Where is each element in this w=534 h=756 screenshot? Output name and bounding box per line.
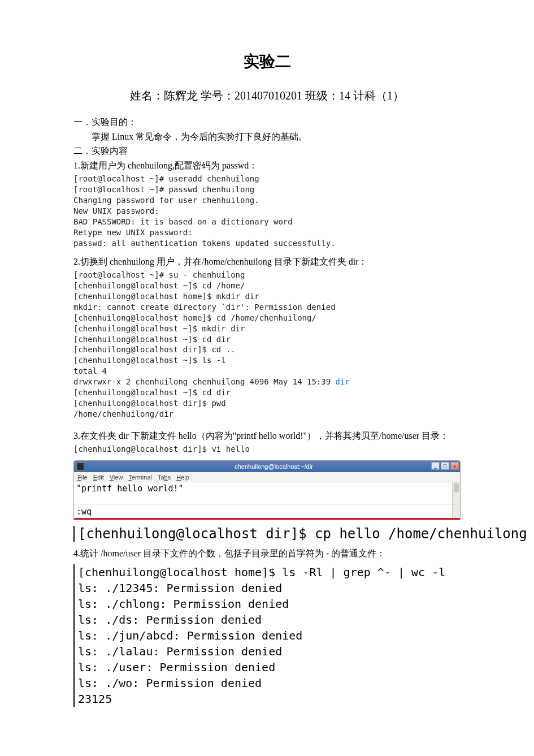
vi-file-content: "printf hello world!" [76, 483, 184, 494]
terminal-output-4: [chenhuilong@localhost home]$ ls -Rl | g… [73, 564, 461, 707]
terminal-app-icon [76, 463, 84, 470]
directory-name: dir [336, 377, 350, 386]
menu-file[interactable]: File [77, 474, 88, 481]
terminal-window-title: chenhuilong@localhost:~/dir [88, 463, 460, 470]
terminal-output-2b: drwxrwxr-x 2 chenhuilong chenhuilong 409… [73, 377, 461, 387]
cp-command-line: [chenhuilong@localhost dir]$ cp hello /h… [73, 526, 461, 542]
terminal-body[interactable]: "printf hello world!" [74, 482, 460, 504]
section-2-heading: 二．实验内容 [73, 144, 461, 158]
vi-command-row[interactable]: :wq [74, 504, 460, 518]
window-maximize-button[interactable]: □ [441, 462, 449, 470]
terminal-menubar: File Edit View Terminal Tabs Help [74, 472, 460, 482]
vi-wq-command: :wq [76, 507, 92, 517]
step-2-text: 2.切换到 chenhuilong 用户，并在/home/chenhuilong… [73, 254, 461, 269]
menu-help[interactable]: Help [176, 474, 189, 481]
section-1-heading: 一．实验目的： [73, 115, 461, 129]
terminal-output-2c: [chenhuilong@localhost ~]$ cd dir [chenh… [73, 387, 461, 420]
scrollbar-handle[interactable] [454, 483, 459, 493]
terminal-scrollbar[interactable] [452, 482, 460, 504]
menu-tabs[interactable]: Tabs [158, 474, 171, 481]
page-title: 实验二 [73, 51, 461, 72]
terminal-output-1: [root@localhost ~]# useradd chenhuilong … [73, 174, 461, 248]
window-close-button[interactable]: x [450, 462, 459, 470]
window-minimize-button[interactable]: _ [431, 462, 440, 470]
menu-terminal[interactable]: Terminal [128, 474, 152, 481]
step-3-text: 3.在文件夹 dir 下新建文件 hello（内容为"printf hello … [73, 429, 461, 443]
wq-scrollbar [452, 504, 460, 518]
window-bottom-border [74, 518, 460, 520]
student-info-line: 姓名：陈辉龙 学号：201407010201 班级：14 计科（1） [73, 88, 461, 103]
menu-edit[interactable]: Edit [93, 474, 104, 481]
step-4-text: 4.统计 /home/user 目录下文件的个数，包括子目录里的首字符为 - 的… [73, 546, 461, 561]
menu-view[interactable]: View [110, 474, 123, 481]
step-1-text: 1.新建用户为 chenhuilong,配置密码为 passwd： [73, 158, 461, 173]
terminal-titlebar: chenhuilong@localhost:~/dir _ □ x [74, 461, 460, 472]
document-page: 实验二 姓名：陈辉龙 学号：201407010201 班级：14 计科（1） 一… [0, 0, 534, 741]
terminal-window: chenhuilong@localhost:~/dir _ □ x File E… [73, 460, 461, 520]
terminal-output-3a: [chenhuilong@localhost dir]$ vi hello [73, 444, 461, 455]
ls-entry-prefix: drwxrwxr-x 2 chenhuilong chenhuilong 409… [73, 377, 336, 386]
section-1-content: 掌握 Linux 常见命令，为今后的实验打下良好的基础。 [73, 129, 461, 144]
terminal-output-2a: [root@localhost ~]# su - chenhuilong [ch… [73, 270, 461, 377]
